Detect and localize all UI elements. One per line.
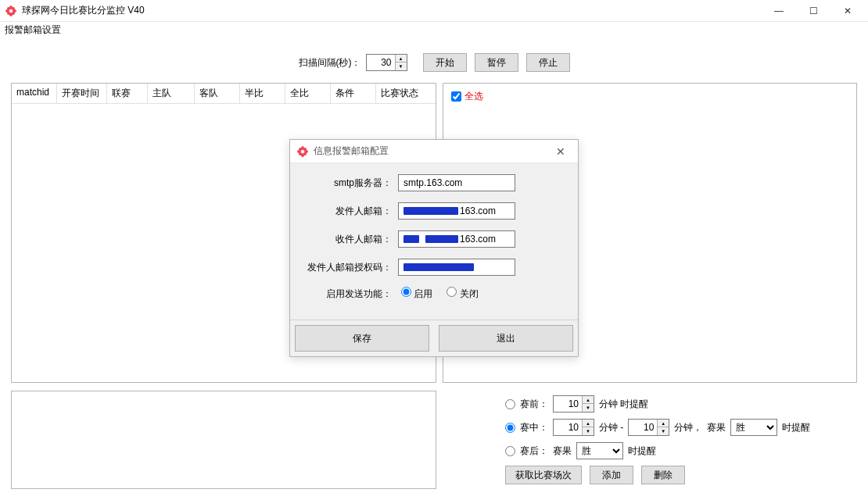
svg-point-16	[303, 152, 307, 155]
during-result-label: 赛果	[707, 421, 726, 434]
during-label: 赛中：	[520, 421, 548, 434]
before-label: 赛前：	[520, 398, 548, 411]
svg-point-6	[12, 12, 15, 15]
title-bar: 球探网今日比赛比分监控 V40 — ☐ ✕	[0, 0, 868, 22]
select-all-label: 全选	[464, 90, 483, 103]
th-half[interactable]: 半比	[240, 84, 285, 103]
table-header-row: matchid 开赛时间 联赛 主队 客队 半比 全比 条件 比赛状态	[12, 84, 436, 104]
log-panel	[11, 391, 436, 489]
menu-email-settings[interactable]: 报警邮箱设置	[5, 24, 61, 35]
during-to-value[interactable]	[629, 420, 657, 435]
after-label: 赛后：	[520, 445, 548, 458]
during-remind: 时提醒	[782, 421, 810, 434]
scan-interval-input[interactable]	[367, 55, 395, 70]
th-away[interactable]: 客队	[195, 84, 240, 103]
dialog-title: 信息报警邮箱配置	[314, 145, 550, 158]
sender-input[interactable]: 163.com	[398, 202, 515, 220]
spin-down-icon[interactable]: ▼	[396, 62, 407, 70]
bottom-area: 赛前： ▲▼ 分钟 时提醒 赛中： ▲▼ 分钟 - ▲▼ 分钟， 赛果 胜	[0, 383, 868, 489]
exit-button[interactable]: 退出	[439, 325, 573, 352]
during-to-spinbox[interactable]: ▲▼	[628, 419, 669, 436]
spin-up-icon[interactable]: ▲	[583, 420, 594, 427]
redacted-icon	[404, 207, 458, 215]
auth-label: 发件人邮箱授权码：	[304, 261, 398, 274]
th-full[interactable]: 全比	[285, 84, 331, 103]
redacted-icon	[404, 235, 419, 243]
svg-point-15	[303, 148, 307, 151]
after-remind: 时提醒	[628, 445, 656, 458]
app-icon	[5, 5, 17, 17]
spin-up-icon[interactable]: ▲	[396, 55, 407, 62]
toolbar: 扫描间隔(秒)： ▲ ▼ 开始 暂停 停止	[0, 39, 868, 83]
th-status[interactable]: 比赛状态	[376, 84, 436, 103]
before-value[interactable]	[554, 396, 582, 412]
before-match-row: 赛前： ▲▼ 分钟 时提醒	[443, 395, 857, 412]
during-radio[interactable]	[505, 423, 515, 433]
add-button[interactable]: 添加	[590, 466, 633, 484]
during-from-value[interactable]	[554, 420, 582, 435]
svg-point-17	[299, 152, 302, 155]
redacted-icon	[404, 263, 474, 271]
enable-on-radio[interactable]: 启用	[401, 287, 432, 301]
recipient-row: 收件人邮箱： 163.com	[304, 230, 564, 248]
auth-input[interactable]	[398, 259, 515, 276]
during-unit1: 分钟 -	[599, 421, 623, 434]
control-buttons: 开始 暂停 停止	[423, 53, 570, 72]
before-spinbox[interactable]: ▲▼	[553, 395, 594, 412]
spin-down-icon[interactable]: ▼	[583, 404, 594, 412]
after-result-select[interactable]: 胜	[576, 442, 623, 459]
close-button[interactable]: ✕	[830, 0, 865, 22]
save-button[interactable]: 保存	[295, 325, 429, 352]
auth-row: 发件人邮箱授权码：	[304, 259, 564, 276]
scan-interval-label: 扫描间隔(秒)：	[299, 56, 361, 70]
enable-label: 启用发送功能：	[304, 288, 398, 301]
after-radio[interactable]	[505, 446, 515, 456]
dialog-titlebar: 信息报警邮箱配置 ✕	[290, 140, 578, 163]
dialog-icon	[296, 145, 309, 158]
after-match-row: 赛后： 赛果 胜 时提醒	[443, 442, 857, 459]
spin-down-icon[interactable]: ▼	[583, 427, 594, 435]
maximize-button[interactable]: ☐	[796, 0, 830, 22]
dialog-close-button[interactable]: ✕	[550, 145, 572, 158]
th-matchid[interactable]: matchid	[12, 84, 57, 103]
svg-point-19	[301, 150, 304, 153]
svg-point-8	[7, 7, 10, 10]
during-unit2: 分钟，	[674, 421, 702, 434]
sender-label: 发件人邮箱：	[304, 205, 398, 218]
svg-point-5	[12, 7, 15, 10]
start-button[interactable]: 开始	[423, 53, 467, 72]
dialog-body: smtp服务器： 发件人邮箱： 163.com 收件人邮箱： 163.com 发…	[290, 163, 578, 320]
spin-up-icon[interactable]: ▲	[658, 420, 669, 427]
scan-interval-spinbox[interactable]: ▲ ▼	[366, 54, 407, 71]
smtp-input[interactable]	[398, 174, 515, 191]
recipient-label: 收件人邮箱：	[304, 233, 398, 246]
during-result-select[interactable]: 胜	[730, 419, 777, 436]
spin-arrows[interactable]: ▲ ▼	[395, 55, 407, 70]
delete-button[interactable]: 删除	[641, 466, 685, 484]
before-unit: 分钟 时提醒	[599, 398, 648, 411]
window-title: 球探网今日比赛比分监控 V40	[22, 4, 762, 17]
minimize-button[interactable]: —	[762, 0, 796, 22]
fetch-matches-button[interactable]: 获取比赛场次	[505, 466, 582, 484]
pause-button[interactable]: 暂停	[475, 53, 518, 72]
alert-settings: 赛前： ▲▼ 分钟 时提醒 赛中： ▲▼ 分钟 - ▲▼ 分钟， 赛果 胜	[443, 391, 857, 489]
select-all-checkbox[interactable]: 全选	[451, 90, 483, 103]
smtp-row: smtp服务器：	[304, 174, 564, 191]
enable-row: 启用发送功能： 启用 关闭	[304, 287, 564, 301]
th-condition[interactable]: 条件	[331, 84, 376, 103]
spin-up-icon[interactable]: ▲	[583, 396, 594, 404]
recipient-input[interactable]: 163.com	[398, 230, 515, 248]
alert-buttons: 获取比赛场次 添加 删除	[443, 466, 857, 484]
th-home[interactable]: 主队	[148, 84, 195, 103]
th-league[interactable]: 联赛	[107, 84, 148, 103]
select-all-input[interactable]	[451, 91, 461, 102]
before-radio[interactable]	[505, 399, 515, 409]
during-from-spinbox[interactable]: ▲▼	[553, 419, 594, 436]
enable-off-radio[interactable]: 关闭	[447, 287, 478, 301]
spin-down-icon[interactable]: ▼	[658, 427, 669, 435]
menu-bar: 报警邮箱设置	[0, 22, 868, 39]
th-starttime[interactable]: 开赛时间	[57, 84, 107, 103]
redacted-icon	[425, 235, 458, 243]
stop-button[interactable]: 停止	[526, 53, 570, 72]
email-config-dialog: 信息报警邮箱配置 ✕ smtp服务器： 发件人邮箱： 163.com 收件人邮箱…	[289, 139, 579, 357]
